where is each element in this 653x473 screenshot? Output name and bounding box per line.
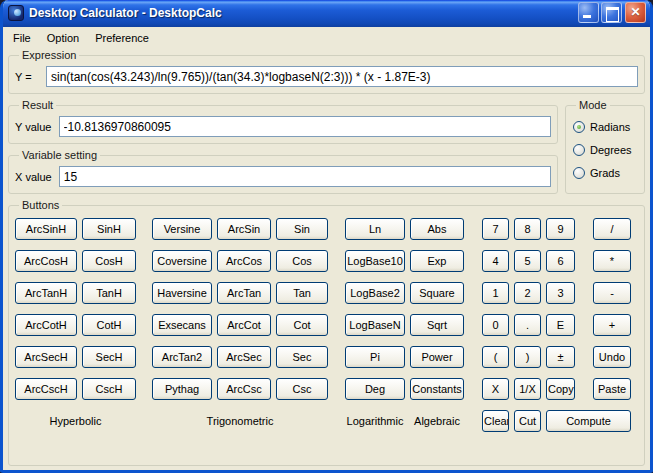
calc-button-cot[interactable]: Cot	[276, 314, 328, 336]
calc-button-decimal[interactable]: .	[514, 314, 541, 336]
calc-button-arccoth[interactable]: ArcCotH	[15, 314, 77, 336]
button-grid: Hyperbolic Trigonometric Logarithmic Alg…	[15, 218, 638, 432]
calc-button-7[interactable]: 7	[482, 218, 509, 240]
calc-button-8[interactable]: 8	[514, 218, 541, 240]
radio-label: Degrees	[590, 144, 632, 156]
calc-button-sech[interactable]: SecH	[82, 346, 136, 368]
calc-button-0[interactable]: 0	[482, 314, 509, 336]
calc-button-arctan[interactable]: ArcTan	[217, 282, 271, 304]
calc-button-paste[interactable]: Paste	[593, 378, 631, 400]
calc-button-2[interactable]: 2	[514, 282, 541, 304]
result-label: Y value	[15, 121, 52, 133]
calc-button-open-paren[interactable]: (	[482, 346, 509, 368]
calc-button-versine[interactable]: Versine	[152, 218, 212, 240]
result-group-label: Result	[19, 99, 56, 111]
calc-button-ln[interactable]: Ln	[345, 218, 405, 240]
calc-button-reciprocal[interactable]: 1/X	[514, 378, 541, 400]
calc-button-power[interactable]: Power	[410, 346, 464, 368]
expression-input[interactable]	[46, 66, 638, 87]
calc-button-haversine[interactable]: Haversine	[152, 282, 212, 304]
calc-button-sin[interactable]: Sin	[276, 218, 328, 240]
close-button[interactable]: ✕	[625, 2, 646, 23]
calc-button-3[interactable]: 3	[546, 282, 575, 304]
calc-button-arcsech[interactable]: ArcSecH	[15, 346, 77, 368]
calc-button-close-paren[interactable]: )	[514, 346, 541, 368]
client-area: Expression Y = Result Y value Variable s…	[3, 48, 650, 470]
menu-preference[interactable]: Preference	[87, 29, 157, 47]
compute-button[interactable]: Compute	[546, 410, 631, 432]
expression-group-label: Expression	[19, 49, 79, 61]
calc-button-add[interactable]: +	[593, 314, 631, 336]
mode-group-label: Mode	[576, 99, 610, 111]
calc-button-6[interactable]: 6	[546, 250, 575, 272]
calc-button-arccot[interactable]: ArcCot	[217, 314, 271, 336]
calc-button-arcsinh[interactable]: ArcSinH	[15, 218, 77, 240]
clear-button[interactable]: Clear	[482, 410, 509, 432]
calc-button-arccosh[interactable]: ArcCosH	[15, 250, 77, 272]
calc-button-plus-minus[interactable]: ±	[546, 346, 575, 368]
calc-button-deg[interactable]: Deg	[345, 378, 405, 400]
calc-button-constants[interactable]: Constants	[410, 378, 464, 400]
calc-button-pythag[interactable]: Pythag	[152, 378, 212, 400]
calc-button-arctan2[interactable]: ArcTan2	[152, 346, 212, 368]
calc-button-csch[interactable]: CscH	[82, 378, 136, 400]
radio-radians[interactable]: Radians	[573, 121, 638, 133]
calc-button-cosh[interactable]: CosH	[82, 250, 136, 272]
minimize-button[interactable]	[578, 2, 599, 23]
calc-button-5[interactable]: 5	[514, 250, 541, 272]
calc-button-coversine[interactable]: Coversine	[152, 250, 212, 272]
calc-button-arcsin[interactable]: ArcSin	[217, 218, 271, 240]
radio-label: Radians	[590, 121, 630, 133]
radio-grads[interactable]: Grads	[573, 167, 638, 179]
calc-button-4[interactable]: 4	[482, 250, 509, 272]
calc-button-1[interactable]: 1	[482, 282, 509, 304]
expression-label: Y =	[15, 71, 39, 83]
buttons-group: Buttons Hyperbolic Trigonometric Logarit…	[8, 199, 645, 466]
calc-button-undo[interactable]: Undo	[593, 346, 631, 368]
calc-button-arccsch[interactable]: ArcCscH	[15, 378, 77, 400]
calc-button-cos[interactable]: Cos	[276, 250, 328, 272]
calc-button-csc[interactable]: Csc	[276, 378, 328, 400]
menu-option[interactable]: Option	[39, 29, 87, 47]
calc-button-sec[interactable]: Sec	[276, 346, 328, 368]
calc-button-arccos[interactable]: ArcCos	[217, 250, 271, 272]
expression-group: Expression Y =	[8, 49, 645, 94]
menu-file[interactable]: File	[5, 29, 39, 47]
calc-button-e[interactable]: E	[546, 314, 575, 336]
radio-icon	[573, 144, 585, 156]
variable-input[interactable]	[59, 166, 551, 187]
calc-button-arctanh[interactable]: ArcTanH	[15, 282, 77, 304]
calc-button-abs[interactable]: Abs	[410, 218, 464, 240]
calc-button-coth[interactable]: CotH	[82, 314, 136, 336]
calc-button-multiply[interactable]: *	[593, 250, 631, 272]
calc-button-arccsc[interactable]: ArcCsc	[217, 378, 271, 400]
calc-button-subtract[interactable]: -	[593, 282, 631, 304]
maximize-button[interactable]	[601, 2, 622, 23]
calc-button-tanh[interactable]: TanH	[82, 282, 136, 304]
calc-button-logbase2[interactable]: LogBase2	[345, 282, 405, 304]
menu-bar: File Option Preference	[3, 27, 650, 48]
buttons-group-label: Buttons	[19, 199, 62, 211]
result-input[interactable]	[59, 116, 552, 137]
calc-button-exp[interactable]: Exp	[410, 250, 464, 272]
cut-button[interactable]: Cut	[514, 410, 541, 432]
radio-degrees[interactable]: Degrees	[573, 144, 638, 156]
variable-group: Variable setting X value	[8, 149, 558, 194]
calc-button-logbasen[interactable]: LogBaseN	[345, 314, 405, 336]
calc-button-exsecans[interactable]: Exsecans	[152, 314, 212, 336]
category-label-algebraic: Algebraic	[410, 415, 464, 427]
calc-button-copy[interactable]: Copy	[546, 378, 575, 400]
calc-button-logbase10[interactable]: LogBase10	[345, 250, 405, 272]
category-label-hyperbolic: Hyperbolic	[15, 415, 136, 427]
calc-button-sqrt[interactable]: Sqrt	[410, 314, 464, 336]
calc-button-arcsec[interactable]: ArcSec	[217, 346, 271, 368]
calc-button-sinh[interactable]: SinH	[82, 218, 136, 240]
calc-button-9[interactable]: 9	[546, 218, 575, 240]
app-icon	[8, 5, 24, 21]
calc-button-square[interactable]: Square	[410, 282, 464, 304]
calc-button-tan[interactable]: Tan	[276, 282, 328, 304]
calc-button-divide[interactable]: /	[593, 218, 631, 240]
calc-button-pi[interactable]: Pi	[345, 346, 405, 368]
titlebar[interactable]: Desktop Calculator - DesktopCalc ✕	[3, 0, 650, 27]
calc-button-x[interactable]: X	[482, 378, 509, 400]
